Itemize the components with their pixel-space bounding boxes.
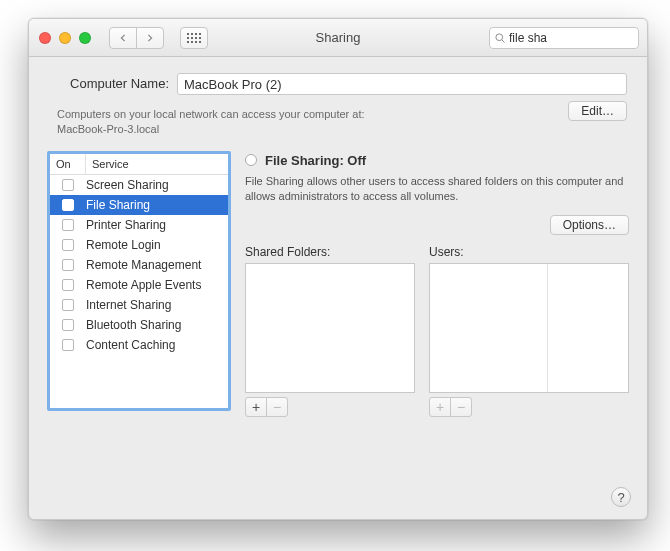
- services-header-on: On: [50, 154, 86, 174]
- search-input[interactable]: [509, 31, 648, 45]
- service-row-remote-management[interactable]: Remote Management: [50, 255, 228, 275]
- checkbox-icon[interactable]: [62, 279, 74, 291]
- checkbox-icon[interactable]: [62, 199, 74, 211]
- checkbox-icon[interactable]: [62, 219, 74, 231]
- sharing-preferences-window: Sharing Computer Name: Computers on your…: [28, 18, 648, 520]
- shared-folders-list[interactable]: [245, 263, 415, 393]
- service-row-file-sharing[interactable]: File Sharing: [50, 195, 228, 215]
- service-row-printer-sharing[interactable]: Printer Sharing: [50, 215, 228, 235]
- options-button[interactable]: Options…: [550, 215, 629, 235]
- hint-line-1: Computers on your local network can acce…: [57, 108, 365, 120]
- service-status-title: File Sharing: Off: [265, 153, 366, 168]
- service-label: Content Caching: [86, 338, 175, 352]
- service-row-remote-login[interactable]: Remote Login: [50, 235, 228, 255]
- service-row-screen-sharing[interactable]: Screen Sharing: [50, 175, 228, 195]
- shared-folders-label: Shared Folders:: [245, 245, 415, 259]
- service-label: Remote Login: [86, 238, 161, 252]
- remove-user-button[interactable]: −: [450, 397, 472, 417]
- service-label: Bluetooth Sharing: [86, 318, 181, 332]
- svg-line-1: [502, 39, 505, 42]
- computer-name-label: Computer Name:: [49, 73, 169, 91]
- add-user-button[interactable]: +: [429, 397, 451, 417]
- service-row-content-caching[interactable]: Content Caching: [50, 335, 228, 355]
- users-list[interactable]: [429, 263, 629, 393]
- show-all-button[interactable]: [180, 27, 208, 49]
- chevron-right-icon: [146, 34, 154, 42]
- computer-name-section: Computer Name: Computers on your local n…: [29, 57, 647, 147]
- service-status-description: File Sharing allows other users to acces…: [245, 174, 629, 204]
- services-list: Screen Sharing File Sharing Printer Shar…: [50, 175, 228, 408]
- service-label: Internet Sharing: [86, 298, 171, 312]
- remove-shared-folder-button[interactable]: −: [266, 397, 288, 417]
- checkbox-icon[interactable]: [62, 179, 74, 191]
- grid-icon: [187, 33, 201, 43]
- add-shared-folder-button[interactable]: +: [245, 397, 267, 417]
- checkbox-icon[interactable]: [62, 239, 74, 251]
- checkbox-icon[interactable]: [62, 319, 74, 331]
- service-label: Remote Management: [86, 258, 201, 272]
- edit-hostname-button[interactable]: Edit…: [568, 101, 627, 121]
- computer-name-hint: Computers on your local network can acce…: [57, 107, 560, 137]
- service-status-indicator: [245, 154, 257, 166]
- titlebar: Sharing: [29, 19, 647, 57]
- computer-name-input[interactable]: [177, 73, 627, 95]
- services-header: On Service: [50, 154, 228, 175]
- services-table[interactable]: On Service Screen Sharing File Sharing P…: [47, 151, 231, 411]
- service-row-bluetooth-sharing[interactable]: Bluetooth Sharing: [50, 315, 228, 335]
- service-label: Printer Sharing: [86, 218, 166, 232]
- hint-line-2: MacBook-Pro-3.local: [57, 123, 159, 135]
- chevron-left-icon: [119, 34, 127, 42]
- service-row-internet-sharing[interactable]: Internet Sharing: [50, 295, 228, 315]
- help-button[interactable]: ?: [611, 487, 631, 507]
- service-row-remote-apple-events[interactable]: Remote Apple Events: [50, 275, 228, 295]
- svg-point-0: [496, 33, 503, 40]
- close-window-button[interactable]: [39, 32, 51, 44]
- services-header-service: Service: [86, 154, 228, 174]
- main-area: On Service Screen Sharing File Sharing P…: [29, 147, 647, 432]
- users-add-remove: + −: [429, 397, 629, 417]
- nav-back-forward: [109, 27, 164, 49]
- minimize-window-button[interactable]: [59, 32, 71, 44]
- service-label: Screen Sharing: [86, 178, 169, 192]
- forward-button[interactable]: [136, 27, 164, 49]
- checkbox-icon[interactable]: [62, 339, 74, 351]
- users-label: Users:: [429, 245, 629, 259]
- service-label: Remote Apple Events: [86, 278, 201, 292]
- checkbox-icon[interactable]: [62, 259, 74, 271]
- search-icon: [494, 32, 506, 44]
- zoom-window-button[interactable]: [79, 32, 91, 44]
- shared-folders-add-remove: + −: [245, 397, 415, 417]
- service-label: File Sharing: [86, 198, 150, 212]
- window-controls: [39, 32, 91, 44]
- back-button[interactable]: [109, 27, 137, 49]
- search-field-wrap[interactable]: [489, 27, 639, 49]
- checkbox-icon[interactable]: [62, 299, 74, 311]
- service-detail: File Sharing: Off File Sharing allows ot…: [245, 151, 629, 418]
